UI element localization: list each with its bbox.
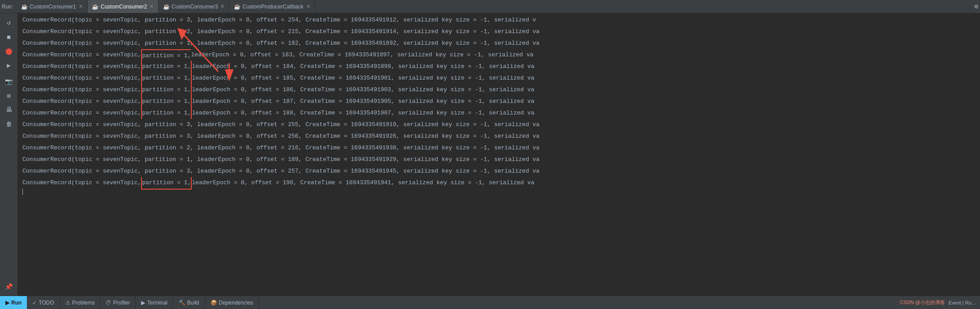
code-line-9: ConsumerRecord(topic = sevenTopic, parti… [22, 107, 980, 119]
code-line-12: ConsumerRecord(topic = sevenTopic, parti… [22, 142, 980, 154]
run-tab[interactable]: ▶ Run [0, 296, 27, 309]
cursor-line [22, 189, 980, 198]
line-text-7a: ConsumerRecord(topic = sevenTopic, [22, 84, 141, 96]
java-icon-3: ☕ [163, 4, 169, 10]
record-button[interactable]: ⬤ [3, 45, 15, 57]
tab-close-1[interactable]: ✕ [79, 4, 83, 9]
dependencies-icon: 📦 [211, 300, 217, 306]
stop-button[interactable]: ◼ [3, 30, 15, 43]
code-line-2: ConsumerRecord(topic = sevenTopic, parti… [22, 26, 980, 38]
line-text-2: ConsumerRecord(topic = sevenTopic, parti… [22, 26, 540, 38]
line-text-8b: leaderEpoch = 0, offset = 187, CreateTim… [192, 96, 534, 107]
build-tab[interactable]: 🔨 Build [173, 296, 205, 309]
line-text-1: ConsumerRecord(topic = sevenTopic, parti… [22, 14, 536, 26]
todo-label: TODO [39, 300, 54, 306]
problems-icon: ⚠ [65, 300, 70, 306]
dependencies-tab[interactable]: 📦 Dependencies [205, 296, 259, 309]
line-text-14: ConsumerRecord(topic = sevenTopic, parti… [22, 165, 540, 177]
resume-button[interactable]: ▶ [3, 59, 15, 72]
delete-button[interactable]: 🗑 [3, 118, 15, 131]
code-line-5: ConsumerRecord(topic = sevenTopic, parti… [22, 61, 980, 72]
terminal-tab[interactable]: ▶ Terminal [136, 296, 173, 309]
line-text-9b: leaderEpoch = 0, offset = 188, CreateTim… [192, 107, 534, 119]
print-button[interactable]: 🖶 [3, 104, 15, 116]
terminal-label: Terminal [147, 300, 167, 306]
code-line-7: ConsumerRecord(topic = sevenTopic, parti… [22, 84, 980, 96]
line-text-8a: ConsumerRecord(topic = sevenTopic, [22, 96, 141, 107]
bottom-bar: ▶ Run ✓ TODO ⚠ Problems ⏱ Profiler ▶ Ter… [0, 296, 980, 309]
tab-customconsumer1[interactable]: ☕ CustomConsumer1 ✕ [17, 0, 87, 13]
code-line-1: ConsumerRecord(topic = sevenTopic, parti… [22, 14, 980, 26]
problems-tab[interactable]: ⚠ Problems [60, 296, 101, 309]
tab-label-4: CustomProducerCallback [242, 4, 303, 10]
tab-close-3[interactable]: ✕ [220, 4, 224, 9]
line-text-5a: ConsumerRecord(topic = sevenTopic, [22, 61, 141, 72]
line-text-12: ConsumerRecord(topic = sevenTopic, parti… [22, 142, 540, 154]
profiler-icon: ⏱ [106, 300, 111, 306]
line-text-15a: ConsumerRecord(topic = sevenTopic, [22, 177, 141, 189]
java-icon-2: ☕ [92, 4, 99, 10]
tab-label-3: CustomConsumer3 [172, 4, 218, 10]
terminal-icon: ▶ [141, 300, 145, 306]
run-tab-icon: ▶ [5, 300, 9, 306]
run-tab-label: Run [11, 300, 21, 306]
tab-label-2: CustomConsumer2 [101, 4, 147, 10]
pin-button[interactable]: 📌 [3, 280, 15, 293]
code-line-15: ConsumerRecord(topic = sevenTopic, parti… [22, 177, 980, 189]
line-text-7b: leaderEpoch = 0, offset = 186, CreateTim… [192, 84, 534, 96]
code-line-4: ConsumerRecord(topic = sevenTopic, parti… [22, 49, 980, 61]
tab-customconsumer3[interactable]: ☕ CustomConsumer3 ✕ [159, 0, 229, 13]
code-line-8: ConsumerRecord(topic = sevenTopic, parti… [22, 96, 980, 107]
profiler-tab[interactable]: ⏱ Profiler [100, 296, 136, 309]
bottom-right: CSDN @小志的博客 Event | Ru... [900, 299, 980, 306]
gear-icon[interactable]: ⚙ [975, 3, 978, 10]
line-text-15b: leaderEpoch = 0, offset = 190, CreateTim… [192, 177, 534, 189]
line-text-11: ConsumerRecord(topic = sevenTopic, parti… [22, 131, 540, 142]
top-bar-right: ⚙ [975, 3, 978, 10]
line-text-9a: ConsumerRecord(topic = sevenTopic, [22, 107, 141, 119]
frame-button[interactable]: ⊞ [3, 89, 15, 102]
java-icon-4: ☕ [234, 4, 240, 10]
code-lines: ConsumerRecord(topic = sevenTopic, parti… [18, 13, 980, 199]
camera-button[interactable]: 📷 [3, 75, 15, 88]
tab-label-1: CustomConsumer1 [30, 4, 76, 10]
todo-icon: ✓ [32, 300, 37, 306]
code-line-6: ConsumerRecord(topic = sevenTopic, parti… [22, 72, 980, 84]
tab-close-2[interactable]: ✕ [150, 4, 154, 9]
line-text-4b: leaderEpoch = 0, offset = 183, CreateTim… [191, 49, 533, 61]
rerun-button[interactable]: ↺ [3, 16, 15, 29]
line-text-4: ConsumerRecord(topic = sevenTopic, [22, 49, 141, 61]
event-text: Event | Ru... [949, 300, 976, 305]
editor-area[interactable]: ConsumerRecord(topic = sevenTopic, parti… [18, 13, 980, 296]
code-line-10: ConsumerRecord(topic = sevenTopic, parti… [22, 119, 980, 131]
line-text-5b: leaderEpoch = 0, offset = 184, CreateTim… [192, 61, 534, 72]
tab-customconsumer2[interactable]: ☕ CustomConsumer2 ✕ [88, 0, 159, 13]
line-text-3: ConsumerRecord(topic = sevenTopic, parti… [22, 38, 540, 49]
todo-tab[interactable]: ✓ TODO [27, 296, 60, 309]
run-label: Run: [2, 4, 13, 10]
build-label: Build [187, 300, 199, 306]
java-icon-1: ☕ [21, 4, 27, 10]
dependencies-label: Dependencies [219, 300, 254, 306]
line-text-10: ConsumerRecord(topic = sevenTopic, parti… [22, 119, 540, 131]
sidebar: ↺ ◼ ⬤ ▶ 📷 ⊞ 🖶 🗑 📌 [0, 13, 18, 296]
code-line-14: ConsumerRecord(topic = sevenTopic, parti… [22, 165, 980, 177]
code-line-11: ConsumerRecord(topic = sevenTopic, parti… [22, 131, 980, 142]
build-icon: 🔨 [179, 300, 185, 306]
profiler-label: Profiler [113, 300, 130, 306]
bottom-tabs: ▶ Run ✓ TODO ⚠ Problems ⏱ Profiler ▶ Ter… [0, 296, 259, 309]
tab-close-4[interactable]: ✕ [306, 4, 310, 9]
main-area: ↺ ◼ ⬤ ▶ 📷 ⊞ 🖶 🗑 📌 ConsumerRecord(topic =… [0, 13, 980, 296]
tab-customproducercallback[interactable]: ☕ CustomProducerCallback ✕ [229, 0, 315, 13]
problems-label: Problems [72, 300, 95, 306]
code-line-3: ConsumerRecord(topic = sevenTopic, parti… [22, 38, 980, 49]
line-text-6b: leaderEpoch = 0, offset = 185, CreateTim… [192, 72, 534, 84]
code-content: ConsumerRecord(topic = sevenTopic, parti… [18, 13, 980, 296]
code-line-13: ConsumerRecord(topic = sevenTopic, parti… [22, 154, 980, 165]
line-text-13: ConsumerRecord(topic = sevenTopic, parti… [22, 154, 540, 165]
top-bar: Run: ☕ CustomConsumer1 ✕ ☕ CustomConsume… [0, 0, 980, 13]
csdn-text: CSDN @小志的博客 [900, 299, 945, 306]
line-text-6a: ConsumerRecord(topic = sevenTopic, [22, 72, 141, 84]
